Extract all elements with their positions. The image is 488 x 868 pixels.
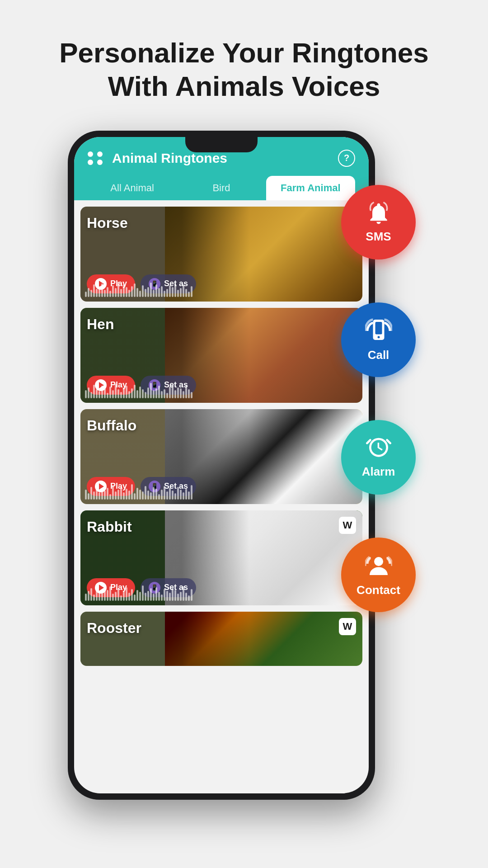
animal-card-hen: Hen Play 📱 Set as: [80, 308, 362, 403]
animal-card-rooster: Rooster W: [80, 612, 362, 666]
alarm-bubble[interactable]: Alarm: [341, 420, 416, 495]
animal-name-buffalo: Buffalo: [87, 417, 196, 434]
animal-card-rabbit: Rabbit Play 📱 Set as W: [80, 510, 362, 605]
tab-farm-animal[interactable]: Farm Animal: [266, 176, 355, 200]
call-label: Call: [368, 348, 389, 362]
sms-label: SMS: [366, 230, 391, 244]
animal-card-horse: Horse Play 📱 Set as: [80, 207, 362, 302]
svg-point-2: [377, 336, 380, 338]
waveform-buffalo: [85, 483, 358, 500]
tab-bird[interactable]: Bird: [177, 176, 266, 200]
contact-icon: [365, 552, 392, 580]
svg-rect-1: [375, 322, 382, 335]
phone-frame: Animal Ringtones ? All Animal Bird Farm …: [68, 131, 375, 800]
page-title: Personalize Your Ringtones With Animals …: [32, 36, 456, 104]
phone-wrapper: Animal Ringtones ? All Animal Bird Farm …: [68, 131, 420, 809]
contact-bubble[interactable]: Contact: [341, 538, 416, 612]
wiki-badge-rooster: W: [339, 618, 356, 635]
svg-point-3: [374, 557, 383, 566]
waveform-rabbit: [85, 585, 358, 601]
phone-ring-icon: [365, 317, 392, 344]
contact-label: Contact: [357, 583, 400, 597]
call-bubble[interactable]: Call: [341, 302, 416, 377]
animal-name-rooster: Rooster: [87, 620, 141, 637]
animal-name-rabbit: Rabbit: [87, 519, 196, 535]
sms-bubble[interactable]: SMS: [341, 185, 416, 259]
phone-notch: [185, 137, 258, 152]
waveform-hen: [85, 382, 358, 398]
animal-name-hen: Hen: [87, 316, 196, 333]
waveform-horse: [85, 281, 358, 297]
alarm-label: Alarm: [362, 465, 395, 479]
phone-screen: Animal Ringtones ? All Animal Bird Farm …: [74, 137, 369, 793]
card-content: Rooster: [80, 612, 148, 666]
animal-list: Horse Play 📱 Set as: [74, 200, 369, 793]
tab-bar: All Animal Bird Farm Animal: [88, 176, 355, 200]
wiki-badge-rabbit: W: [339, 517, 356, 534]
help-button[interactable]: ?: [338, 150, 355, 167]
alarm-clock-icon: [366, 436, 391, 461]
menu-dots-icon[interactable]: [88, 151, 104, 165]
animal-name-horse: Horse: [87, 215, 196, 231]
animal-card-buffalo: Buffalo Play 📱 Set as: [80, 409, 362, 504]
app-title: Animal Ringtones: [112, 151, 338, 166]
bell-icon: [366, 201, 391, 226]
tab-all-animal[interactable]: All Animal: [88, 176, 177, 200]
